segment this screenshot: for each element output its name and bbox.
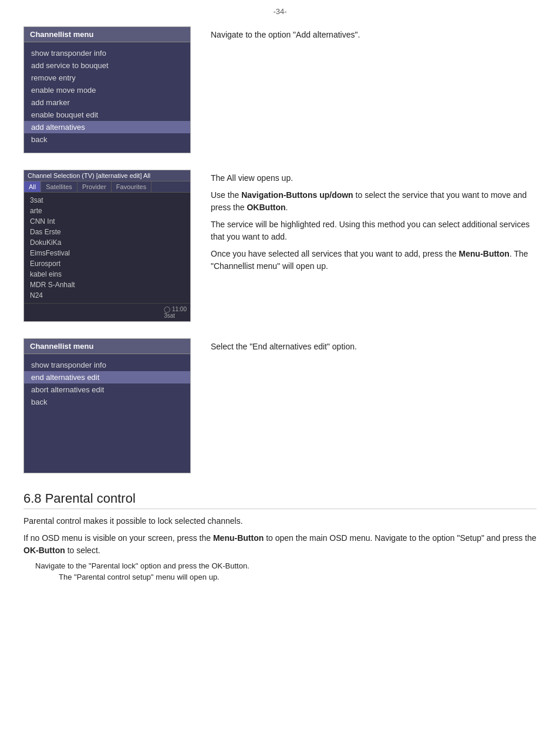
desc-2-nav: Use the Navigation-Buttons up/down to se… [211,189,537,214]
desc-3: Select the "End alternatives edit" optio… [211,338,537,358]
channel-arte[interactable]: arte [24,206,190,216]
desc-3-text: Select the "End alternatives edit" optio… [211,341,537,353]
menu-item-back-1[interactable]: back [24,133,190,146]
channel-dokukika[interactable]: DokuKiKa [24,237,190,248]
desc-1: Navigate to the option "Add alternatives… [211,26,537,46]
desc-2-all-view: The All view opens up. [211,172,537,184]
menu-item-enable-move[interactable]: enable move mode [24,84,190,96]
screenshot-3: Channellist menu show transponder info e… [23,338,197,473]
parental-bullet-1: The "Parental control setup" menu will o… [59,573,537,581]
channel-eurosport[interactable]: Eurosport [24,258,190,269]
tab-favourites[interactable]: Favourites [112,181,151,192]
page-number: -34- [0,0,560,21]
channel-list: 3sat arte CNN Int Das Erste DokuKiKa Eim… [24,193,190,303]
section-2: Channel Selection (TV) [alternative edit… [23,170,537,322]
menu-item-remove-entry[interactable]: remove entry [24,72,190,84]
menu-item-end-alternatives[interactable]: end alternatives edit [24,371,190,383]
parental-ok-button: OK-Button [23,546,65,555]
channel-time: ◯ 11:003sat [164,306,187,319]
menu-item-show-transponder[interactable]: show transponder info [24,47,190,59]
menu-title-1: Channellist menu [24,27,190,42]
parental-menu-button: Menu-Button [213,533,264,543]
menu-item-abort-alternatives[interactable]: abort alternatives edit [24,383,190,396]
channel-tabs: All Satellites Provider Favourites [24,181,190,193]
parental-section: 6.8 Parental control Parental control ma… [23,491,537,581]
desc-1-text: Navigate to the option "Add alternatives… [211,29,537,41]
bold-ok-button: OKButton [247,203,285,212]
channel-footer: ◯ 11:003sat [24,303,190,321]
tab-all[interactable]: All [24,181,41,192]
parental-desc2-mid: to open the main OSD menu. Navigate to t… [264,533,536,543]
parental-desc2-before: If no OSD menu is visible on your screen… [23,533,213,543]
menu-item-add-marker[interactable]: add marker [24,96,190,109]
channel-kabel-eins[interactable]: kabel eins [24,269,190,280]
channel-das-erste[interactable]: Das Erste [24,227,190,237]
channel-eimsfestival[interactable]: EimsFestival [24,248,190,258]
menu-items-2: show transponder info end alternatives e… [24,354,190,415]
channel-title: Channel Selection (TV) [alternative edit… [24,170,190,181]
channel-cnn[interactable]: CNN Int [24,216,190,227]
menu-item-show-transponder-2[interactable]: show transponder info [24,359,190,371]
desc-2-highlight: The service will be highlighted red. Usi… [211,218,537,243]
channel-selection-box: Channel Selection (TV) [alternative edit… [23,170,191,322]
desc-2-menu: Once you have selected all services that… [211,248,537,272]
channel-n24[interactable]: N24 [24,290,190,301]
channel-3sat[interactable]: 3sat [24,195,190,206]
menu-item-enable-bouquet[interactable]: enable bouquet edit [24,109,190,121]
menu-item-add-service[interactable]: add service to bouquet [24,59,190,72]
section-1: Channellist menu show transponder info a… [23,26,537,153]
tab-satellites[interactable]: Satellites [41,181,77,192]
parental-heading: 6.8 Parental control [23,491,537,509]
bold-nav-buttons: Navigation-Buttons up/down [241,190,353,200]
channel-mdr[interactable]: MDR S-Anhalt [24,280,190,290]
channellist-menu-2: Channellist menu show transponder info e… [23,338,191,473]
menu-title-2: Channellist menu [24,339,190,354]
menu-items-1: show transponder info add service to bou… [24,42,190,153]
parental-step-1: Navigate to the "Parental lock" option a… [35,561,537,570]
screenshot-1: Channellist menu show transponder info a… [23,26,197,153]
parental-desc2-after: to select. [65,546,100,555]
menu-item-back-2[interactable]: back [24,396,190,408]
tab-provider[interactable]: Provider [77,181,112,192]
bold-menu-button: Menu-Button [459,249,510,258]
menu-item-add-alternatives[interactable]: add alternatives [24,121,190,133]
parental-desc1: Parental control makes it possible to lo… [23,515,537,527]
parental-desc2: If no OSD menu is visible on your screen… [23,532,537,557]
screenshot-2: Channel Selection (TV) [alternative edit… [23,170,197,322]
section-3: Channellist menu show transponder info e… [23,338,537,473]
desc-2: The All view opens up. Use the Navigatio… [211,170,537,277]
channellist-menu-1: Channellist menu show transponder info a… [23,26,191,153]
